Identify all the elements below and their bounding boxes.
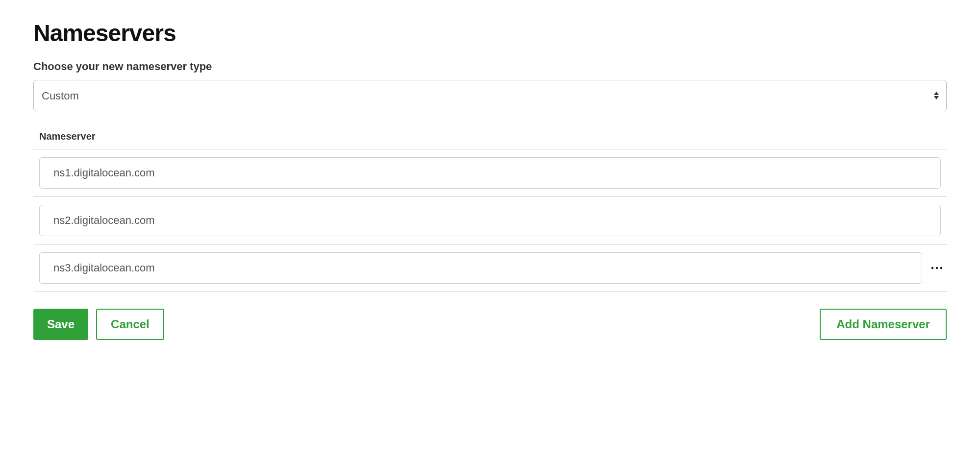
nameserver-row [33, 244, 947, 292]
nameserver-row [33, 149, 947, 197]
add-nameserver-button[interactable]: Add Nameserver [820, 309, 947, 340]
nameserver-type-label: Choose your new nameserver type [33, 60, 947, 73]
nameserver-row [33, 197, 947, 244]
nameserver-input[interactable] [39, 205, 941, 236]
nameserver-input[interactable] [39, 157, 941, 189]
svg-point-2 [931, 267, 933, 269]
nameserver-column-header: Nameserver [33, 131, 947, 149]
actions-row: Save Cancel Add Nameserver [33, 309, 947, 340]
page-title: Nameservers [33, 20, 947, 47]
nameserver-input[interactable] [39, 252, 922, 284]
more-icon[interactable] [930, 267, 944, 269]
cancel-button[interactable]: Cancel [96, 309, 164, 340]
save-button[interactable]: Save [33, 309, 88, 340]
svg-point-4 [940, 267, 942, 269]
nameserver-type-select-wrapper[interactable]: Custom [33, 80, 947, 111]
nameserver-type-select[interactable]: Custom [33, 80, 947, 111]
svg-point-3 [936, 267, 938, 269]
